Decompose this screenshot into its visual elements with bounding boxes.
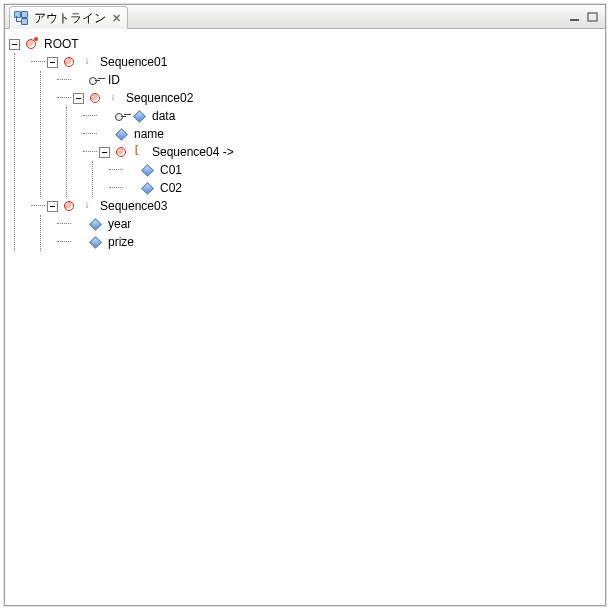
node-label: Sequence02 xyxy=(124,91,193,105)
outline-icon xyxy=(14,11,28,25)
tree-row[interactable]: Sequence01 xyxy=(35,53,601,71)
tree-row[interactable]: Sequence04 -> xyxy=(87,143,601,161)
diamond-icon xyxy=(114,127,128,141)
minimize-button[interactable] xyxy=(567,10,583,24)
outline-panel: アウトライン ✕ ROOT xyxy=(4,4,606,606)
tree-node-id: ID xyxy=(61,71,601,89)
key-icon xyxy=(114,109,128,123)
key-icon xyxy=(88,73,102,87)
arrow-down-icon xyxy=(106,91,120,105)
tree-node-sequence01: Sequence01 ID xyxy=(35,53,601,197)
node-label: data xyxy=(150,109,175,123)
tree-row[interactable]: Sequence02 xyxy=(61,89,601,107)
tree-row[interactable]: prize xyxy=(61,233,601,251)
sequence-icon xyxy=(114,145,128,159)
tree-row[interactable]: Sequence03 xyxy=(35,197,601,215)
node-label: ROOT xyxy=(42,37,79,51)
diamond-icon xyxy=(132,109,146,123)
tab-title: アウトライン xyxy=(32,10,106,27)
root-icon xyxy=(24,37,38,51)
diamond-icon xyxy=(140,163,154,177)
sequence-icon xyxy=(62,199,76,213)
expander-icon[interactable] xyxy=(73,93,84,104)
tree-row[interactable]: C01 xyxy=(113,161,601,179)
tree-node-root: ROOT Sequence01 xyxy=(9,35,601,251)
bracket-icon xyxy=(132,145,146,159)
tree-row[interactable]: ROOT xyxy=(9,35,601,53)
tree-view[interactable]: ROOT Sequence01 xyxy=(5,29,605,605)
tree-node-c01: C01 xyxy=(113,161,601,179)
diamond-icon xyxy=(140,181,154,195)
node-label: C01 xyxy=(158,163,182,177)
tree-row[interactable]: ID xyxy=(61,71,601,89)
expander-icon[interactable] xyxy=(47,201,58,212)
expander-icon[interactable] xyxy=(47,57,58,68)
node-label: name xyxy=(132,127,164,141)
tab-outline[interactable]: アウトライン ✕ xyxy=(9,6,128,29)
tree-node-prize: prize xyxy=(61,233,601,251)
node-label: C02 xyxy=(158,181,182,195)
maximize-button[interactable] xyxy=(585,10,601,24)
arrow-down-icon xyxy=(80,55,94,69)
svg-rect-0 xyxy=(570,19,579,21)
expander-icon[interactable] xyxy=(9,39,20,50)
sequence-icon xyxy=(62,55,76,69)
tree-node-year: year xyxy=(61,215,601,233)
node-label: prize xyxy=(106,235,134,249)
tree-row[interactable]: data xyxy=(87,107,601,125)
arrow-down-icon xyxy=(80,199,94,213)
tree-node-sequence04: Sequence04 -> C01 xyxy=(87,143,601,197)
tree-node-c02: C02 xyxy=(113,179,601,197)
sequence-icon xyxy=(88,91,102,105)
diamond-icon xyxy=(88,235,102,249)
tree-node-data: data xyxy=(87,107,601,125)
node-label: ID xyxy=(106,73,120,87)
close-icon[interactable]: ✕ xyxy=(112,13,121,24)
tree-node-name: name xyxy=(87,125,601,143)
node-label: Sequence03 xyxy=(98,199,167,213)
tree-row[interactable]: year xyxy=(61,215,601,233)
tab-bar: アウトライン ✕ xyxy=(5,5,605,29)
expander-icon[interactable] xyxy=(99,147,110,158)
diamond-icon xyxy=(88,217,102,231)
tree-node-sequence02: Sequence02 data xyxy=(61,89,601,197)
node-label: Sequence04 -> xyxy=(150,145,234,159)
node-label: year xyxy=(106,217,131,231)
tree-row[interactable]: C02 xyxy=(113,179,601,197)
node-label: Sequence01 xyxy=(98,55,167,69)
tree-row[interactable]: name xyxy=(87,125,601,143)
svg-rect-1 xyxy=(588,13,597,21)
tree-node-sequence03: Sequence03 year xyxy=(35,197,601,251)
